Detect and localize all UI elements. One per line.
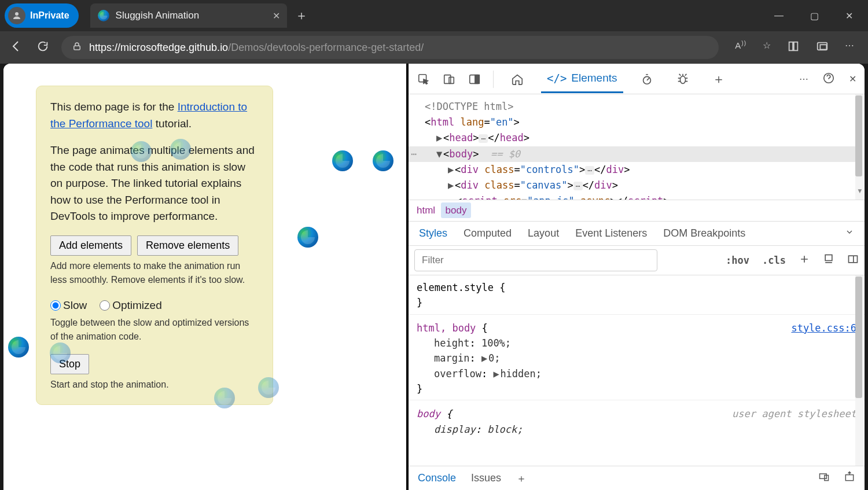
svg-rect-5 bbox=[818, 43, 827, 50]
styles-filter-row: :hov .cls bbox=[409, 246, 865, 275]
source-link[interactable]: style.css:6 bbox=[791, 320, 856, 336]
toolbar-actions: A)) ☆ ⋯ bbox=[729, 40, 860, 55]
more-drawer-tabs[interactable]: ＋ bbox=[516, 471, 527, 485]
dom-breakpoints-tab[interactable]: DOM Breakpoints bbox=[663, 227, 745, 240]
radio-slow[interactable]: Slow bbox=[50, 297, 87, 314]
styles-filter-input[interactable] bbox=[414, 249, 657, 271]
svg-rect-19 bbox=[845, 475, 853, 481]
edge-icon bbox=[97, 9, 110, 22]
close-window-button[interactable]: ✕ bbox=[845, 10, 853, 21]
edge-icon bbox=[130, 140, 153, 163]
edge-icon bbox=[169, 138, 192, 161]
new-style-rule-button[interactable] bbox=[799, 253, 810, 267]
avatar-icon bbox=[8, 7, 25, 24]
title-bar: InPrivate Sluggish Animation ✕ ＋ ― ▢ ✕ bbox=[0, 0, 868, 31]
close-tab-button[interactable]: ✕ bbox=[273, 10, 280, 21]
edge-icon bbox=[331, 149, 354, 172]
favorite-button[interactable]: ☆ bbox=[763, 40, 771, 55]
tab-title: Sluggish Animation bbox=[116, 10, 267, 21]
address-bar[interactable]: https://microsoftedge.github.io/Demos/de… bbox=[61, 36, 719, 59]
add-elements-button[interactable]: Add elements bbox=[50, 235, 131, 256]
svg-point-1 bbox=[15, 12, 19, 16]
page-viewport: This demo page is for the Introduction t… bbox=[3, 64, 409, 490]
elements-tab[interactable]: </>Elements bbox=[541, 65, 623, 93]
inspect-button[interactable] bbox=[417, 72, 431, 86]
devtools-drawer: Console Issues ＋ bbox=[409, 466, 865, 490]
add-help-text: Add more elements to make the animation … bbox=[50, 259, 259, 287]
svg-rect-8 bbox=[444, 75, 451, 83]
styles-sidebar-tabs: Styles Computed Layout Event Listeners D… bbox=[409, 222, 865, 246]
hov-toggle[interactable]: :hov bbox=[726, 255, 749, 266]
maximize-button[interactable]: ▢ bbox=[810, 10, 819, 21]
dom-tree[interactable]: <!DOCTYPE html> <html lang="en"> ▶<head>… bbox=[409, 94, 865, 200]
scrollbar[interactable] bbox=[855, 275, 863, 466]
layout-tab[interactable]: Layout bbox=[528, 227, 559, 240]
computed-styles-button[interactable] bbox=[847, 253, 859, 267]
drawer-device-button[interactable] bbox=[818, 471, 830, 485]
scrollbar[interactable]: ▾ bbox=[855, 94, 863, 200]
edge-icon bbox=[372, 149, 395, 172]
more-styles-tabs[interactable] bbox=[845, 227, 854, 240]
styles-pane[interactable]: element.style { } style.css:6html, body … bbox=[409, 275, 865, 466]
new-tab-button[interactable]: ＋ bbox=[295, 7, 308, 24]
help-button[interactable] bbox=[822, 72, 835, 87]
devtools-toolbar: </>Elements ＋ ⋯ ✕ bbox=[409, 64, 865, 94]
collections-button[interactable] bbox=[787, 40, 800, 55]
console-tab[interactable]: Console bbox=[418, 472, 456, 484]
mode-radios: Slow Optimized bbox=[50, 297, 259, 314]
breadcrumb[interactable]: html body bbox=[409, 200, 865, 222]
svg-rect-9 bbox=[449, 77, 454, 83]
remove-elements-button[interactable]: Remove elements bbox=[137, 235, 238, 256]
dock-side-button[interactable] bbox=[468, 72, 481, 86]
split-screen-button[interactable] bbox=[816, 40, 829, 55]
radio-optimized[interactable]: Optimized bbox=[100, 297, 162, 314]
lock-icon bbox=[72, 41, 82, 54]
svg-rect-11 bbox=[475, 75, 479, 83]
debugger-tab[interactable] bbox=[671, 66, 695, 93]
edge-icon bbox=[296, 226, 319, 249]
settings-menu-button[interactable]: ⋯ bbox=[845, 40, 854, 55]
cls-toggle[interactable]: .cls bbox=[762, 255, 786, 266]
issues-tab[interactable]: Issues bbox=[471, 472, 501, 484]
performance-tab[interactable] bbox=[635, 66, 659, 93]
close-devtools-button[interactable]: ✕ bbox=[849, 73, 856, 84]
svg-rect-4 bbox=[794, 42, 797, 51]
device-toggle-button[interactable] bbox=[442, 72, 456, 86]
flexbox-editor-button[interactable] bbox=[823, 253, 834, 267]
svg-rect-3 bbox=[789, 42, 793, 51]
svg-point-13 bbox=[680, 76, 685, 83]
refresh-button[interactable] bbox=[35, 40, 51, 55]
radio-help-text: Toggle between the slow and optimized ve… bbox=[50, 316, 259, 344]
window-controls: ― ▢ ✕ bbox=[774, 10, 863, 21]
drawer-expand-button[interactable] bbox=[844, 471, 855, 485]
back-button[interactable] bbox=[8, 39, 24, 56]
url-display: https://microsoftedge.github.io/Demos/de… bbox=[89, 42, 424, 54]
computed-tab[interactable]: Computed bbox=[464, 227, 512, 240]
more-tabs-button[interactable]: ＋ bbox=[707, 64, 731, 95]
more-tools-button[interactable]: ⋯ bbox=[799, 73, 808, 84]
inprivate-indicator[interactable]: InPrivate bbox=[5, 3, 79, 28]
edge-icon bbox=[49, 341, 72, 364]
read-aloud-button[interactable]: A)) bbox=[735, 40, 746, 55]
minimize-button[interactable]: ― bbox=[774, 10, 784, 21]
edge-icon bbox=[7, 336, 30, 359]
edge-icon bbox=[257, 376, 280, 399]
svg-rect-15 bbox=[825, 255, 832, 261]
svg-rect-17 bbox=[820, 474, 827, 478]
event-listeners-tab[interactable]: Event Listeners bbox=[575, 227, 647, 240]
welcome-tab[interactable] bbox=[505, 66, 529, 93]
devtools-panel: </>Elements ＋ ⋯ ✕ <!DOCTYPE html> <html … bbox=[409, 64, 865, 490]
inprivate-label: InPrivate bbox=[30, 10, 69, 21]
svg-point-12 bbox=[643, 76, 650, 84]
intro-text: This demo page is for the Introduction t… bbox=[50, 99, 259, 132]
browser-tab[interactable]: Sluggish Animation ✕ bbox=[90, 3, 287, 28]
svg-rect-2 bbox=[74, 46, 80, 50]
styles-tab[interactable]: Styles bbox=[419, 227, 447, 240]
toolbar: https://microsoftedge.github.io/Demos/de… bbox=[0, 31, 868, 64]
description-text: The page animates multiple elements and … bbox=[50, 142, 259, 225]
edge-icon bbox=[213, 386, 236, 410]
svg-rect-6 bbox=[820, 45, 826, 49]
